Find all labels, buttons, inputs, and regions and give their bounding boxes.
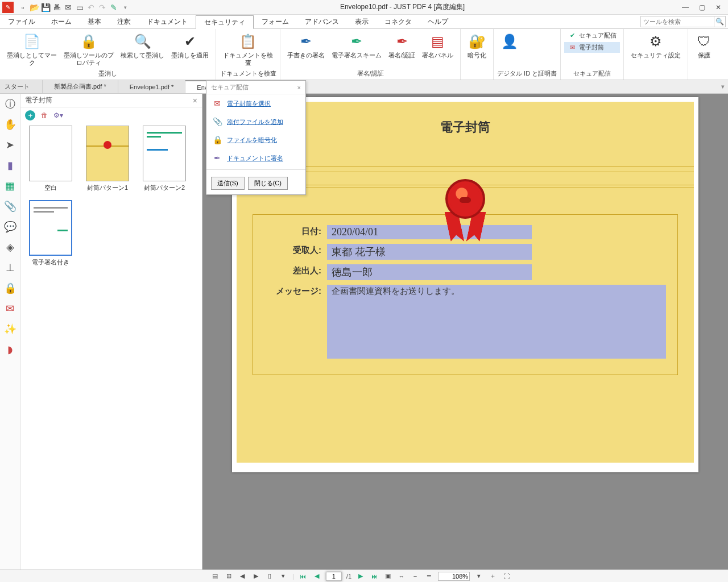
qat-print-icon[interactable]: 🖶 (52, 3, 61, 12)
stamp-icon[interactable]: ⊥ (3, 261, 17, 275)
menu-connector[interactable]: コネクタ (377, 15, 420, 28)
wand-icon[interactable]: ✨ (3, 322, 17, 336)
hand-sign-button[interactable]: ✒手書きの署名 (284, 30, 328, 59)
e-envelope-item[interactable]: ✉電子封筒 (564, 42, 620, 53)
status-bar: ▤ ⊞ ◀ ▶ ▯ ▾ | ⏮ ◀ /1 ▶ ⏭ ▣ ↔ − ━ ▾ ＋ ⛶ (0, 569, 728, 582)
close-icon[interactable]: ✕ (715, 3, 721, 11)
qat-undo-icon[interactable]: ↶ (86, 3, 96, 12)
tabs-overflow-icon[interactable]: ▾ (718, 80, 728, 93)
info-icon[interactable]: ⓘ (3, 97, 17, 111)
zoom-out-icon[interactable]: − (411, 572, 420, 581)
select-icon[interactable]: ➤ (3, 138, 17, 152)
encrypt-button[interactable]: 🔐暗号化 (464, 30, 490, 59)
layers-icon[interactable]: ◈ (3, 240, 17, 254)
label-from: 差出人: (264, 264, 327, 276)
qat-dropdown-icon[interactable]: ▾ (121, 3, 130, 12)
record-icon[interactable]: ◗ (3, 343, 17, 356)
inspect-doc-button[interactable]: 📋ドキュメントを検査 (220, 30, 276, 66)
field-to[interactable]: 東都 花子様 (327, 244, 532, 260)
link-sign-doc[interactable]: ドキュメントに署名 (227, 154, 283, 163)
tool-search-input[interactable] (640, 16, 714, 27)
sign-panel-button[interactable]: ▤署名パネル (419, 30, 457, 59)
zoom-in-icon[interactable]: ＋ (488, 572, 497, 581)
secure-delivery-item[interactable]: ✔セキュア配信 (564, 30, 620, 41)
first-page-icon[interactable]: ⏮ (299, 572, 308, 581)
status-doc-icon[interactable]: ▯ (265, 572, 274, 581)
protect-button[interactable]: 🛡保護 (692, 30, 717, 59)
menu-basic[interactable]: 基本 (80, 15, 109, 28)
link-encrypt-file[interactable]: ファイルを暗号化 (227, 136, 277, 144)
qat-new-icon[interactable]: ▫ (18, 3, 27, 12)
last-page-icon[interactable]: ⏭ (370, 572, 379, 581)
digital-id-button[interactable]: 👤 (497, 30, 522, 59)
tab-doc1[interactable]: 新製品企画書.pdf * (43, 80, 118, 93)
prev-page-icon[interactable]: ◀ (312, 572, 321, 581)
fit-width-icon[interactable]: ↔ (397, 572, 406, 581)
gear-icon[interactable]: ⚙▾ (53, 111, 63, 119)
thumbs-icon[interactable]: ▦ (3, 179, 17, 193)
delete-template-icon[interactable]: 🗑 (41, 111, 48, 119)
qat-copy-icon[interactable]: ▭ (75, 3, 84, 12)
zoom-input[interactable] (438, 572, 470, 581)
menu-file[interactable]: ファイル (0, 15, 43, 28)
security-settings-button[interactable]: ⚙セキュリティ設定 (627, 30, 684, 59)
menu-home[interactable]: ホーム (43, 15, 80, 28)
maximize-icon[interactable]: ▢ (699, 3, 705, 11)
status-next-view-icon[interactable]: ▶ (251, 572, 260, 581)
minimize-icon[interactable]: — (682, 3, 689, 11)
template-signed[interactable]: 電子署名付き (26, 200, 75, 267)
redact-props-button[interactable]: 🔒墨消しツールのプロパティ (60, 30, 117, 66)
redact-search-button[interactable]: 🔍検索して墨消し (117, 30, 168, 59)
redact-mark-button[interactable]: 📄墨消しとしてマーク (3, 30, 60, 66)
status-prev-view-icon[interactable]: ◀ (238, 572, 247, 581)
secure-delivery-popup: セキュア配信× ✉電子封筒を選択 📎添付ファイルを追加 🔒ファイルを暗号化 ✒ド… (206, 80, 306, 195)
qat-brush-icon[interactable]: ✎ (109, 3, 118, 12)
close-button[interactable]: 閉じる(C) (248, 177, 288, 190)
qat-save-icon[interactable]: 💾 (41, 3, 50, 12)
template-pattern2[interactable]: 封筒パターン2 (140, 126, 189, 192)
fit-page-icon[interactable]: ▣ (383, 572, 392, 581)
hand-icon[interactable]: ✋ (3, 118, 17, 131)
attachment-icon[interactable]: 📎 (3, 199, 17, 213)
popup-close-icon[interactable]: × (297, 84, 301, 91)
menu-document[interactable]: ドキュメント (139, 15, 196, 28)
link-select-envelope[interactable]: 電子封筒を選択 (227, 99, 271, 108)
template-pattern1[interactable]: 封筒パターン1 (83, 126, 132, 192)
fullscreen-icon[interactable]: ⛶ (502, 572, 511, 581)
qat-redo-icon[interactable]: ↷ (98, 3, 107, 12)
tab-doc2[interactable]: Envelope1.pdf * (118, 80, 186, 93)
menu-advanced[interactable]: アドバンス (297, 15, 347, 28)
menu-form[interactable]: フォーム (254, 15, 297, 28)
bookmark-icon[interactable]: ▮ (3, 159, 17, 172)
panel-close-icon[interactable]: × (193, 96, 197, 105)
menu-security[interactable]: セキュリティ (196, 15, 254, 29)
label-msg: メッセージ: (264, 285, 327, 297)
chevron-down-icon-zoom[interactable]: ▾ (474, 572, 483, 581)
esign-scheme-button[interactable]: ✒電子署名スキーム (328, 30, 385, 59)
status-icon-1[interactable]: ▤ (210, 572, 220, 581)
comment-icon[interactable]: 💬 (3, 220, 17, 234)
template-blank[interactable]: 空白 (26, 126, 75, 192)
field-date[interactable]: 2020/04/01 (327, 225, 532, 239)
search-icon[interactable]: 🔍 (714, 16, 726, 27)
status-icon-2[interactable]: ⊞ (224, 572, 233, 581)
sign-cert-button[interactable]: ✒署名/認証 (385, 30, 419, 59)
page-number-input[interactable] (326, 572, 342, 581)
menu-help[interactable]: ヘルプ (420, 15, 456, 28)
field-from[interactable]: 徳島一郎 (327, 264, 532, 280)
field-message[interactable]: 企画書関連資料をお送りします。 (327, 285, 666, 359)
menu-annot[interactable]: 注釈 (109, 15, 139, 28)
qat-open-icon[interactable]: 📂 (30, 3, 39, 12)
tab-start[interactable]: スタート (0, 80, 43, 93)
send-button[interactable]: 送信(S) (211, 177, 245, 190)
security-icon[interactable]: 🔒 (3, 281, 17, 295)
envelope-tool-icon[interactable]: ✉ (3, 302, 17, 315)
zoom-slider-icon[interactable]: ━ (424, 572, 433, 581)
chevron-down-icon[interactable]: ▾ (279, 572, 288, 581)
menu-view[interactable]: 表示 (347, 15, 377, 28)
redact-apply-button[interactable]: ✔墨消しを適用 (168, 30, 212, 59)
link-add-attachment[interactable]: 添付ファイルを追加 (227, 118, 283, 126)
next-page-icon[interactable]: ▶ (356, 572, 365, 581)
qat-mail-icon[interactable]: ✉ (64, 3, 73, 12)
add-template-button[interactable]: ＋ (25, 110, 35, 120)
